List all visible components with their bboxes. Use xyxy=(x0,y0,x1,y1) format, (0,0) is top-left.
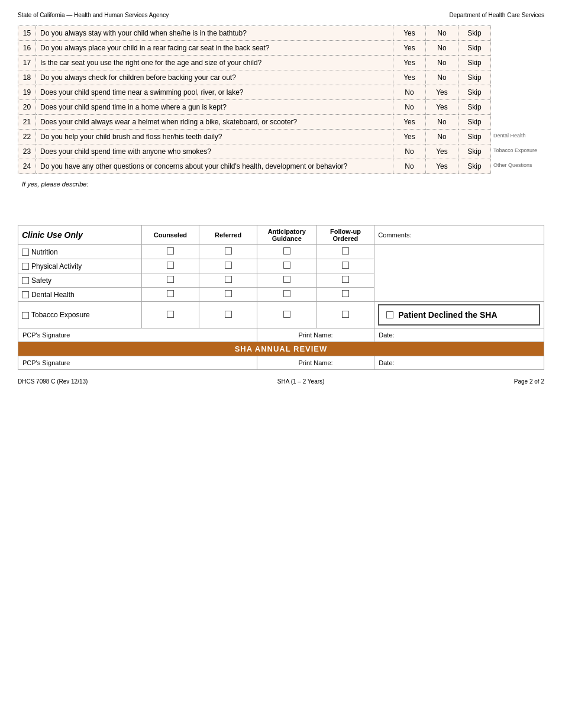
answer-3[interactable]: Skip xyxy=(458,159,491,174)
answer-3[interactable]: Skip xyxy=(458,100,491,115)
question-row: 21Does your child always wear a helmet w… xyxy=(18,115,544,130)
row-checkbox[interactable] xyxy=(22,249,29,256)
referred-checkbox[interactable] xyxy=(199,288,257,302)
anticipatory-checkbox[interactable] xyxy=(257,273,316,288)
answer-3[interactable]: Skip xyxy=(458,41,491,56)
followup-checkbox[interactable] xyxy=(316,288,374,302)
followup-checkbox[interactable] xyxy=(316,259,374,273)
patient-declined-label: Patient Declined the SHA xyxy=(398,310,497,320)
answer-2[interactable]: Yes xyxy=(426,144,458,159)
annual-pcp-signature: PCP's Signature xyxy=(18,356,257,370)
comments-cell xyxy=(374,245,544,302)
question-row: 23Does your child spend time with anyone… xyxy=(18,144,544,159)
answer-2[interactable]: No xyxy=(426,115,458,130)
answer-3[interactable]: Skip xyxy=(458,115,491,130)
answer-1[interactable]: Yes xyxy=(393,26,426,41)
print-name-label: Print Name: xyxy=(257,328,374,342)
counseled-checkbox[interactable] xyxy=(141,259,199,273)
clinic-row-label: Safety xyxy=(18,273,142,288)
question-text: Does your child spend time with anyone w… xyxy=(36,144,393,159)
counseled-checkbox[interactable] xyxy=(141,288,199,302)
answer-1[interactable]: Yes xyxy=(393,56,426,70)
anticipatory-checkbox[interactable] xyxy=(257,288,316,302)
answer-2[interactable]: Yes xyxy=(426,159,458,174)
question-row: 17Is the car seat you use the right one … xyxy=(18,56,544,70)
counseled-checkbox[interactable] xyxy=(141,245,199,259)
answer-1[interactable]: No xyxy=(393,159,426,174)
question-note: Other Questions xyxy=(491,159,544,174)
question-row: 20Does your child spend time in a home w… xyxy=(18,100,544,115)
question-text: Do you help your child brush and floss h… xyxy=(36,130,393,144)
row-checkbox[interactable] xyxy=(22,263,29,270)
row-checkbox[interactable] xyxy=(22,291,29,298)
answer-3[interactable]: Skip xyxy=(458,85,491,100)
answer-1[interactable]: Yes xyxy=(393,41,426,56)
referred-checkbox[interactable] xyxy=(199,273,257,288)
answer-2[interactable]: No xyxy=(426,70,458,85)
row-checkbox[interactable] xyxy=(22,277,29,284)
counseled-checkbox[interactable] xyxy=(141,273,199,288)
answer-1[interactable]: Yes xyxy=(393,70,426,85)
answer-1[interactable]: No xyxy=(393,100,426,115)
answer-3[interactable]: Skip xyxy=(458,144,491,159)
answer-3[interactable]: Skip xyxy=(458,130,491,144)
clinic-row-label: Physical Activity xyxy=(18,259,142,273)
question-note: Dental Health xyxy=(491,130,544,144)
referred-checkbox[interactable] xyxy=(199,245,257,259)
question-text: Does your child always wear a helmet whe… xyxy=(36,115,393,130)
clinic-row: Tobacco Exposure Patient Declined the SH… xyxy=(18,302,544,328)
header-left: State of California — Health and Human S… xyxy=(18,12,169,18)
col-comments: Comments: xyxy=(374,226,544,245)
question-note xyxy=(491,115,544,130)
followup-checkbox[interactable] xyxy=(316,302,374,328)
annual-date: Date: xyxy=(374,356,544,370)
answer-2[interactable]: No xyxy=(426,130,458,144)
answer-1[interactable]: No xyxy=(393,144,426,159)
question-note xyxy=(491,70,544,85)
question-number: 20 xyxy=(18,100,36,115)
question-number: 15 xyxy=(18,26,36,41)
referred-checkbox[interactable] xyxy=(199,302,257,328)
question-text: Do you always place your child in a rear… xyxy=(36,41,393,56)
question-number: 17 xyxy=(18,56,36,70)
question-number: 21 xyxy=(18,115,36,130)
annual-print-name: Print Name: xyxy=(257,356,374,370)
anticipatory-checkbox[interactable] xyxy=(257,245,316,259)
anticipatory-checkbox[interactable] xyxy=(257,302,316,328)
clinic-table: Clinic Use Only Counseled Referred Antic… xyxy=(18,225,544,370)
patient-declined-cell: Patient Declined the SHA xyxy=(374,302,544,328)
answer-2[interactable]: Yes xyxy=(426,100,458,115)
question-row: 24Do you have any other questions or con… xyxy=(18,159,544,174)
question-row: 16Do you always place your child in a re… xyxy=(18,41,544,56)
answer-3[interactable]: Skip xyxy=(458,26,491,41)
question-row: 18Do you always check for children befor… xyxy=(18,70,544,85)
footer-center: SHA (1 – 2 Years) xyxy=(277,378,325,385)
answer-2[interactable]: No xyxy=(426,41,458,56)
followup-checkbox[interactable] xyxy=(316,245,374,259)
answer-1[interactable]: No xyxy=(393,85,426,100)
referred-checkbox[interactable] xyxy=(199,259,257,273)
counseled-checkbox[interactable] xyxy=(141,302,199,328)
question-text: Does your child spend time near a swimmi… xyxy=(36,85,393,100)
annual-review-bar: SHA ANNUAL REVIEW xyxy=(18,342,544,356)
clinic-row-label: Dental Health xyxy=(18,288,142,302)
question-number: 24 xyxy=(18,159,36,174)
followup-checkbox[interactable] xyxy=(316,273,374,288)
question-number: 23 xyxy=(18,144,36,159)
answer-2[interactable]: Yes xyxy=(426,85,458,100)
declined-checkbox[interactable] xyxy=(386,311,393,318)
answer-2[interactable]: No xyxy=(426,56,458,70)
anticipatory-checkbox[interactable] xyxy=(257,259,316,273)
answer-2[interactable]: No xyxy=(426,26,458,41)
answer-3[interactable]: Skip xyxy=(458,56,491,70)
answer-3[interactable]: Skip xyxy=(458,70,491,85)
row-checkbox[interactable] xyxy=(22,312,29,319)
question-note xyxy=(491,41,544,56)
col-anticipatory: Anticipatory Guidance xyxy=(257,226,316,245)
question-text: Does your child spend time in a home whe… xyxy=(36,100,393,115)
question-text: Do you always check for children before … xyxy=(36,70,393,85)
answer-1[interactable]: Yes xyxy=(393,115,426,130)
patient-declined-box[interactable]: Patient Declined the SHA xyxy=(378,304,540,326)
question-number: 18 xyxy=(18,70,36,85)
answer-1[interactable]: Yes xyxy=(393,130,426,144)
